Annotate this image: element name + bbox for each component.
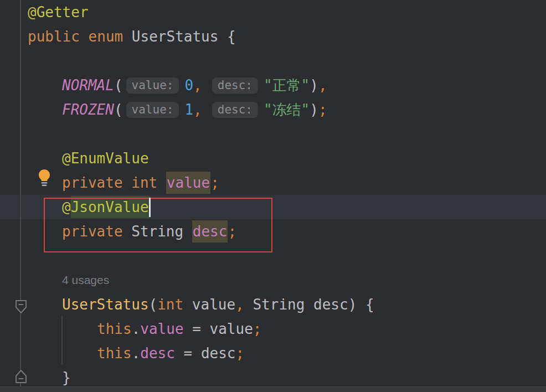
token-num: 1 — [184, 101, 193, 118]
code-line: @Getter — [28, 0, 89, 24]
code-line: @JsonValue — [62, 195, 150, 219]
token-ann: @ — [62, 199, 71, 215]
token-kw: int — [157, 296, 192, 313]
token-field: desc — [140, 345, 175, 362]
code-line: @EnumValue — [62, 146, 149, 171]
token-sem: , — [193, 77, 202, 94]
token-type: UserStatus — [132, 28, 227, 45]
token-punct: ( — [149, 296, 158, 313]
token-ann: JsonValue — [71, 196, 150, 218]
token-punct: ) — [348, 296, 365, 313]
token-param: desc — [313, 296, 348, 313]
token-punct: . — [132, 345, 141, 362]
gutter-border — [20, 0, 21, 386]
indent-guide — [61, 316, 63, 364]
token-param: desc — [201, 345, 236, 362]
token-sem: ; — [236, 345, 245, 362]
token-enumc: FROZEN — [62, 101, 114, 118]
token-punct: ) — [310, 101, 318, 118]
token-kw: enum — [89, 28, 132, 45]
token-sem: ; — [210, 174, 219, 191]
token-num: 0 — [184, 77, 193, 94]
code-line: FROZEN(value:1,desc:"冻结"); — [62, 97, 327, 122]
token-str: "正常" — [264, 76, 310, 95]
code-line: private int value; — [62, 171, 219, 195]
code-line: 4 usages — [62, 268, 109, 292]
token-field: value — [140, 321, 183, 337]
code-line: private String desc; — [62, 219, 236, 244]
token-kw: this — [97, 321, 132, 337]
token-enumc: NORMAL — [62, 77, 114, 94]
token-punct: = — [184, 321, 210, 337]
inlay-parameter-hint[interactable]: value: — [126, 102, 179, 118]
code-line: UserStatus(int value, String desc) { — [62, 292, 374, 317]
token-punct: ) — [310, 77, 318, 94]
token-sem: , — [193, 101, 202, 118]
inlay-parameter-hint[interactable]: desc: — [212, 78, 258, 94]
token-kw: this — [97, 345, 132, 362]
token-ann: @Getter — [28, 4, 89, 20]
fold-end-marker[interactable] — [14, 369, 28, 384]
fold-start-marker[interactable] — [14, 299, 28, 314]
token-kw: int — [131, 174, 166, 191]
inlay-parameter-hint[interactable]: desc: — [212, 102, 258, 118]
token-str: "冻结" — [264, 100, 310, 120]
token-sem: ; — [318, 101, 327, 118]
token-punct: . — [132, 321, 141, 337]
token-field: value — [166, 172, 210, 194]
bottom-bar — [0, 386, 546, 392]
code-line: NORMAL(value:0,desc:"正常"), — [62, 73, 327, 97]
token-field: desc — [192, 220, 228, 243]
token-type: String — [253, 296, 313, 313]
inlay-parameter-hint[interactable]: value: — [126, 78, 179, 94]
code-line: public enum UserStatus { — [28, 24, 236, 49]
token-sem: ; — [253, 321, 262, 337]
token-kw: private — [62, 223, 131, 240]
token-punct: ( — [114, 101, 123, 118]
token-sem: , — [318, 77, 327, 94]
token-ctor: UserStatus — [62, 296, 149, 313]
token-kw: public — [28, 28, 89, 45]
token-ann: @EnumValue — [62, 150, 149, 167]
code-line: } — [62, 365, 71, 390]
token-punct: } — [62, 369, 71, 386]
token-sem: ; — [228, 223, 236, 240]
token-punct: { — [365, 296, 374, 313]
intention-bulb-icon[interactable] — [37, 169, 52, 188]
token-sem: , — [235, 296, 253, 313]
text-caret — [149, 198, 151, 217]
code-line: this.desc = desc; — [97, 341, 244, 365]
token-type: String — [131, 223, 192, 240]
token-param: value — [192, 296, 235, 313]
token-param: value — [210, 321, 253, 337]
token-punct: ( — [114, 77, 123, 94]
token-punct: { — [227, 28, 236, 45]
token-kw: private — [62, 174, 131, 191]
code-line: this.value = value; — [97, 317, 261, 341]
code-editor[interactable]: @Getterpublic enum UserStatus {NORMAL(va… — [0, 0, 546, 392]
token-punct: = — [175, 345, 201, 362]
usages-inlay-hint[interactable]: 4 usages — [62, 274, 109, 287]
